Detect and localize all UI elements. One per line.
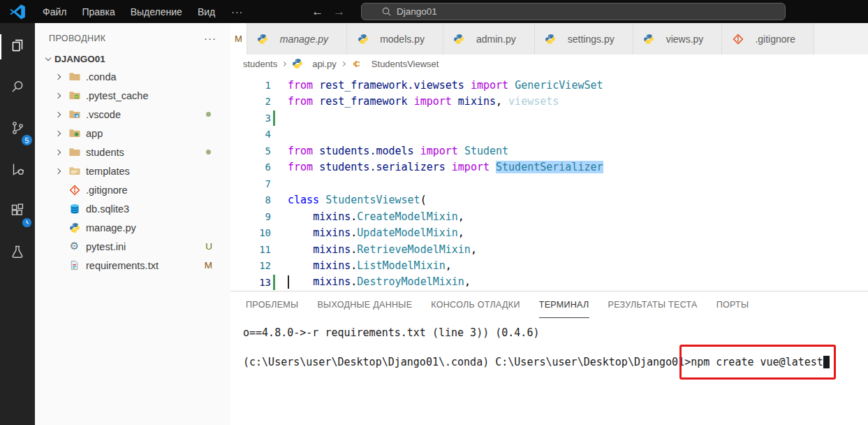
line-number: 6 [230,161,271,173]
tree-item--pytest-cache[interactable]: .pytest_cache [35,86,230,105]
breadcrumb-item-api-py[interactable]: api.py [290,58,337,69]
explorer-sidebar: ПРОВОДНИК ··· DJANGO01 .conda.pytest_cac… [35,23,230,425]
tree-item--vscode[interactable]: .vscode [35,105,230,124]
editor-tab--gitignore[interactable]: .gitignore [722,23,814,55]
activity-item-source-control[interactable]: 5 [0,111,35,147]
panel-tab-порты[interactable]: ПОРТЫ [716,291,749,318]
forward-arrow-icon[interactable]: → [333,5,345,19]
line-number: 2 [230,96,271,107]
code-text: mixins.UpdateModelMixin, [282,226,464,239]
tree-item--gitignore[interactable]: .gitignore [35,180,230,199]
files-icon [9,37,26,57]
line-number: 5 [230,145,271,157]
tree-item-manage-py[interactable]: manage.py [35,218,230,237]
command-center-search[interactable]: Django01 [361,3,786,20]
gutter [271,274,282,291]
debug-icon [9,161,26,180]
tree-item--conda[interactable]: .conda [35,67,230,86]
code-line-11: 11 mixins.RetrieveModelMixin, [230,241,868,258]
panel-tabs: ПРОБЛЕМЫВЫХОДНЫЕ ДАННЫЕКОНСОЛЬ ОТЛАДКИТЕ… [230,291,868,318]
tree-item-db-sqlite3[interactable]: db.sqlite3 [35,199,230,218]
code-line-5: 5from students.models import Student [230,143,868,159]
bottom-panel: ПРОБЛЕМЫВЫХОДНЫЕ ДАННЫЕКОНСОЛЬ ОТЛАДКИТЕ… [230,291,868,425]
chevron-right-icon [55,149,61,154]
chevron-right-icon [55,168,61,173]
tree-item-templates[interactable]: templates [35,161,230,180]
database-icon [68,203,81,215]
menu-selection[interactable]: Выделение [123,6,190,17]
terminal-cursor [823,356,830,368]
back-arrow-icon[interactable]: ← [311,5,323,19]
editor-tab-models-py[interactable]: models.py [347,23,443,55]
editor-tab-settings-py[interactable]: settings.py [535,23,633,55]
tree-item-pytest-ini[interactable]: ⚙pytest.iniU [35,237,230,256]
editor-tab-partial[interactable]: M [230,23,247,55]
chevron-down-icon [45,55,51,61]
code-line-13: 13 mixins.DestroyModelMixin, [230,274,868,291]
code-line-2: 2from rest_framework import mixins, view… [230,94,868,110]
panel-tab-консоль-отладки[interactable]: КОНСОЛЬ ОТЛАДКИ [431,291,520,318]
tree-item-label: pytest.ini [86,241,126,252]
tree-item-label: .vscode [86,109,121,120]
panel-tab-проблемы[interactable]: ПРОБЛЕМЫ [246,291,298,318]
breadcrumb-item-students[interactable]: students [243,59,277,69]
line-number: 8 [230,194,271,206]
explorer-tree: .conda.pytest_cache.vscodeappstudentstem… [35,67,230,275]
search-icon [381,6,392,17]
gutter [271,225,282,242]
line-number: 11 [230,244,271,255]
sidebar-more-actions-icon[interactable]: ··· [204,32,216,44]
terminal-command: >npm create vue@latest [684,356,823,368]
code-line-4: 4 [230,127,868,143]
git-status-badge: U [205,241,212,252]
git-change-bar [273,275,275,290]
menu-edit[interactable]: Правка [74,6,122,17]
clock-icon [21,217,33,229]
line-number: 10 [230,227,271,238]
gutter [271,127,282,143]
python-icon [68,222,81,233]
editor-tab-manage-py[interactable]: manage.py [247,23,347,55]
pytest-folder-icon [68,89,81,101]
tree-item-label: requirements.txt [86,260,159,271]
menu-more-icon[interactable]: ··· [223,6,251,17]
panel-tab-выходные-данные[interactable]: ВЫХОДНЫЕ ДАННЫЕ [317,291,412,318]
editor-code[interactable]: 1from rest_framework.viewsets import Gen… [230,73,868,291]
tree-root-django01[interactable]: DJANGO01 [35,50,230,67]
gutter [271,175,282,192]
tree-item-app[interactable]: app [35,124,230,143]
breadcrumb-item-studentsviewset[interactable]: StudentsViewset [350,59,439,69]
terminal[interactable]: o==4.8.0->-r requirements.txt (line 3)) … [230,318,868,370]
gutter [271,192,282,209]
activity-item-testing[interactable] [0,235,35,271]
gutter [271,77,282,94]
text-file-icon [68,260,81,271]
gutter [271,241,282,258]
tree-item-students[interactable]: students [35,143,230,161]
code-text: class StudentsViewset( [282,194,427,206]
menu-view[interactable]: Вид [190,6,223,17]
code-line-9: 9 mixins.CreateModelMixin, [230,208,868,225]
tab-label: admin.py [476,34,516,45]
activity-item-run-debug[interactable] [0,152,35,189]
code-text: from rest_framework.viewsets import Gene… [282,79,603,92]
tree-item-label: .conda [86,71,117,82]
tree-item-label: .gitignore [86,185,128,196]
python-icon [290,58,304,69]
menu-file[interactable]: Файл [35,6,74,17]
panel-tab-терминал[interactable]: ТЕРМИНАЛ [539,291,589,318]
editor-tab-views-py[interactable]: views.py [633,23,723,55]
breadcrumb-label: students [243,59,277,69]
editor-tab-admin-py[interactable]: admin.py [443,23,535,55]
tree-item-requirements-txt[interactable]: requirements.txtM [35,256,230,275]
line-number: 1 [230,80,271,91]
vscode-logo-icon[interactable] [0,3,35,21]
activity-item-explorer[interactable] [0,29,35,65]
chevron-right-icon [55,111,61,117]
panel-tab-результаты-теста[interactable]: РЕЗУЛЬТАТЫ ТЕСТА [608,291,698,318]
line-number: 12 [230,260,271,271]
beaker-icon [9,243,26,263]
activity-item-search[interactable] [0,70,35,106]
activity-item-extensions[interactable] [0,194,35,230]
line-number: 13 [230,277,271,288]
